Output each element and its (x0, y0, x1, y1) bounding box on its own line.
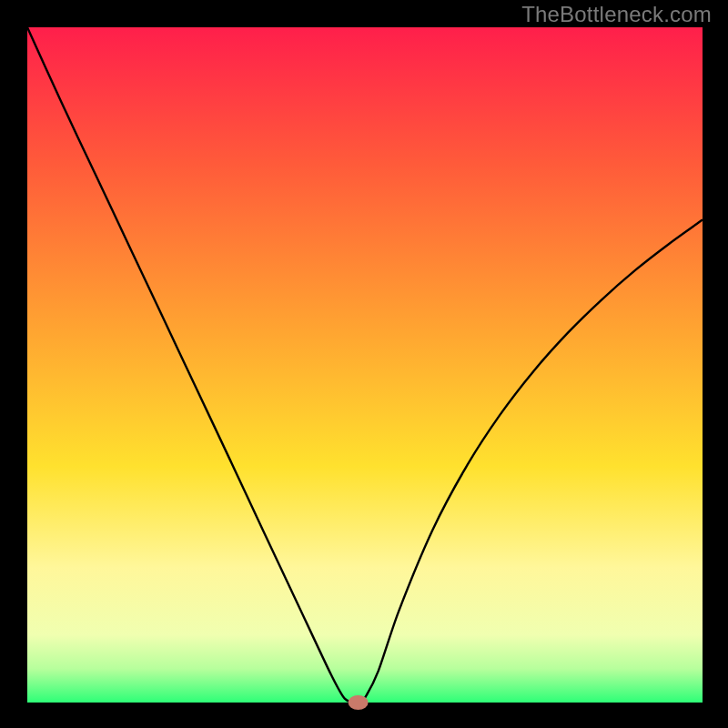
optimum-marker (349, 695, 369, 710)
plot-background (27, 27, 703, 703)
bottleneck-chart (0, 0, 728, 728)
watermark-text: TheBottleneck.com (521, 2, 712, 27)
chart-frame: { "watermark": "TheBottleneck.com", "cha… (0, 0, 728, 728)
